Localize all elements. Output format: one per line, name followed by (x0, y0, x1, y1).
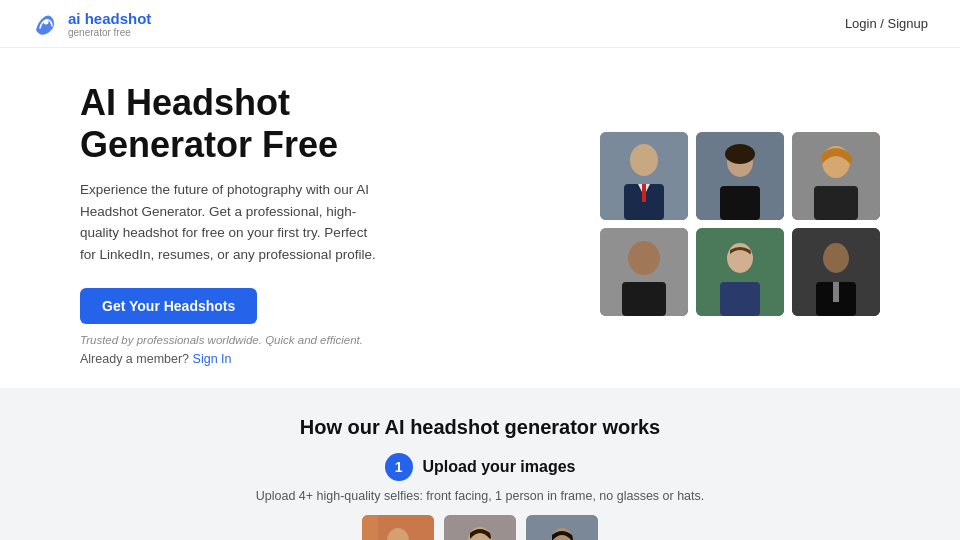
svg-rect-22 (833, 282, 839, 302)
sample-photo-3 (526, 515, 598, 540)
step-1-description: Upload 4+ high-quality selfies: front fa… (80, 489, 880, 503)
step-1-label: Upload your images (423, 458, 576, 476)
headshot-photo-1 (600, 132, 688, 220)
headshot-photo-4 (600, 228, 688, 316)
svg-point-2 (630, 144, 658, 176)
sample-photo-2 (444, 515, 516, 540)
logo-icon (32, 10, 60, 38)
headshot-photo-2 (696, 132, 784, 220)
svg-point-0 (44, 19, 49, 24)
get-headshots-button[interactable]: Get Your Headshots (80, 288, 257, 324)
how-it-works-section: How our AI headshot generator works 1 Up… (0, 388, 960, 540)
sign-in-link[interactable]: Sign In (193, 352, 232, 366)
hero-section: AI Headshot Generator Free Experience th… (0, 48, 960, 388)
sample-photos-row (80, 515, 880, 540)
svg-point-14 (628, 241, 660, 275)
svg-rect-5 (642, 184, 646, 202)
svg-rect-9 (720, 186, 760, 220)
headshot-photo-6 (792, 228, 880, 316)
logo-area[interactable]: ai headshot generator free (32, 10, 151, 38)
svg-rect-12 (814, 186, 858, 220)
logo-text: ai headshot (68, 10, 151, 27)
svg-rect-18 (720, 282, 760, 316)
hero-description: Experience the future of photography wit… (80, 179, 380, 265)
svg-rect-15 (622, 282, 666, 316)
photo-grid (600, 132, 880, 316)
step-number-1: 1 (385, 453, 413, 481)
svg-rect-24 (362, 515, 378, 540)
headshot-photo-5 (696, 228, 784, 316)
step-1-row: 1 Upload your images (80, 453, 880, 481)
logo-sub: generator free (68, 27, 151, 38)
svg-point-20 (823, 243, 849, 273)
hero-content: AI Headshot Generator Free Experience th… (80, 82, 380, 365)
member-prompt-text: Already a member? Sign In (80, 352, 380, 366)
section-title: How our AI headshot generator works (80, 416, 880, 439)
sample-photo-1 (362, 515, 434, 540)
login-signup-link[interactable]: Login / Signup (845, 16, 928, 31)
headshot-photo-3 (792, 132, 880, 220)
trusted-text: Trusted by professionals worldwide. Quic… (80, 334, 380, 346)
hero-title: AI Headshot Generator Free (80, 82, 380, 165)
svg-point-8 (725, 144, 755, 164)
